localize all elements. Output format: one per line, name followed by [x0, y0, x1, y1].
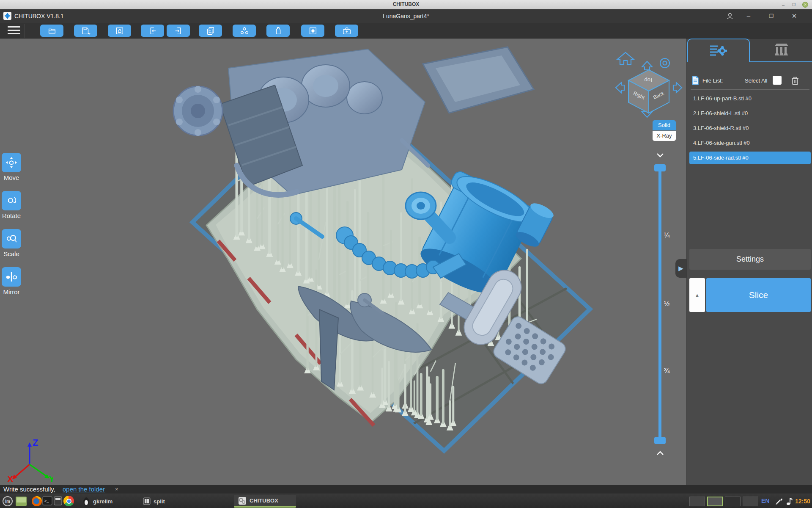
app-restore-button[interactable]: ❐ [766, 11, 776, 21]
render-mode-xray-button[interactable]: X-Ray [653, 131, 676, 141]
select-all-label: Select All [745, 77, 767, 84]
open-file-button[interactable] [40, 25, 63, 37]
taskbar-window-gkrellm[interactable]: gkrellm [78, 495, 117, 508]
move-icon[interactable] [2, 153, 21, 172]
right-panel: File List: Select All 1.LF-06-up-part-B.… [686, 39, 812, 485]
dig-hole-button[interactable] [301, 25, 324, 37]
tool-rotate[interactable]: Rotate [1, 191, 22, 219]
workspace-4[interactable] [743, 497, 758, 506]
file-list-item[interactable]: 3.LF-06-shield-R.stl #0 [689, 122, 811, 135]
clone-button[interactable] [199, 25, 222, 37]
slice-expand-button[interactable]: ▲ [689, 278, 705, 312]
delete-trash-icon[interactable] [791, 76, 799, 85]
layer-slider-track[interactable] [658, 167, 661, 441]
viewport-3d-scene [0, 39, 686, 485]
layer-slider-handle-bottom[interactable] [654, 437, 666, 444]
tool-scale[interactable]: Scale [1, 229, 22, 257]
document-title: LunaGans_part4* [0, 13, 812, 19]
status-close-icon[interactable]: × [115, 485, 118, 494]
select-all-checkbox[interactable] [773, 76, 782, 85]
main-toolbar [0, 23, 812, 39]
terminal-launcher-icon[interactable]: >_ [42, 496, 53, 507]
sound-note-icon[interactable] [786, 497, 793, 506]
tool-mirror-label: Mirror [1, 288, 22, 295]
clock[interactable]: 12:50 [795, 498, 810, 505]
file-list-item-selected[interactable]: 5.LF-06-side-rad.stl #0 [689, 152, 811, 164]
taskbar-window-chitubox[interactable]: CHITUBOX [234, 495, 296, 508]
taskbar-window-label: CHITUBOX [250, 497, 278, 504]
redo-button[interactable] [167, 25, 190, 37]
rotate-left-arrow[interactable] [616, 83, 624, 93]
show-desktop-button[interactable] [15, 496, 26, 507]
tool-scale-label: Scale [1, 250, 22, 257]
axis-indicator: Z X Y [6, 438, 53, 485]
render-mode-solid-button[interactable]: Solid [653, 120, 676, 130]
view-cube-top-label: Top [645, 77, 653, 83]
file-list-item[interactable]: 4.LF-06-side-gun.stl #0 [689, 137, 811, 149]
file-list-title: File List: [702, 77, 723, 84]
perspective-eye-icon[interactable] [660, 58, 669, 68]
taskbar-window-label: split [154, 498, 165, 505]
files-launcher-icon[interactable] [53, 496, 64, 507]
user-account-icon[interactable] [725, 11, 735, 21]
svg-text:>_: >_ [44, 499, 49, 503]
home-view-icon[interactable] [617, 52, 634, 64]
slider-half-label: ½ [664, 300, 669, 308]
auto-layout-button[interactable] [233, 25, 256, 37]
mint-menu-button[interactable]: lm [2, 496, 13, 507]
rotate-icon[interactable] [2, 191, 21, 210]
app-titlebar: CHITUBOX V1.8.1 LunaGans_part4* – ❐ ✕ [0, 9, 812, 23]
slider-step-up-chevron[interactable] [655, 450, 665, 456]
keyboard-layout-indicator[interactable]: EN [761, 497, 769, 504]
slider-step-down-chevron[interactable] [655, 152, 665, 158]
support-settings-icon [773, 43, 790, 57]
workspace-2-active[interactable] [707, 497, 723, 506]
tablet-brush-icon[interactable] [775, 497, 783, 505]
taskbar-window-split[interactable]: split [139, 495, 169, 508]
tool-move[interactable]: Move [1, 153, 22, 181]
settings-button[interactable]: Settings [689, 249, 811, 270]
rotate-right-arrow[interactable] [673, 83, 682, 93]
chitubox-taskbar-icon [238, 497, 247, 505]
firefox-launcher-icon[interactable] [31, 496, 42, 507]
menu-hamburger-button[interactable] [8, 26, 20, 35]
save-button[interactable] [74, 25, 97, 37]
workspace-1[interactable] [689, 497, 705, 506]
tab-support[interactable] [750, 39, 812, 62]
toolbar-divider [25, 24, 25, 38]
file-list-item[interactable]: 2.LF-06-shield-L.stl #0 [689, 107, 811, 120]
view-cube-navigator[interactable]: Top Right Back [614, 45, 684, 119]
layer-slider-handle-top[interactable] [654, 164, 666, 171]
gtk-restore-button[interactable]: ❐ [790, 1, 798, 8]
chrome-launcher-icon[interactable] [63, 496, 74, 507]
app-minimize-button[interactable]: – [743, 11, 754, 21]
gtk-close-button[interactable]: ✕ [802, 2, 808, 8]
gkrellm-icon [82, 497, 90, 505]
viewport-3d[interactable]: Move Rotate Scale Mirror [0, 39, 686, 485]
slice-settings-icon [709, 44, 728, 58]
undo-button[interactable] [141, 25, 164, 37]
model-up-part-b[interactable] [173, 47, 534, 195]
workspace-3[interactable] [725, 497, 741, 506]
tool-move-label: Move [1, 174, 22, 181]
open-folder-link[interactable]: open the folder [63, 485, 105, 494]
app-close-button[interactable]: ✕ [789, 11, 799, 21]
tab-slice-settings[interactable] [687, 39, 750, 62]
file-list-item[interactable]: 1.LF-06-up-part-B.stl #0 [689, 92, 811, 105]
rotate-up-arrow[interactable] [642, 61, 652, 70]
tool-mirror[interactable]: Mirror [1, 267, 22, 295]
hollow-button[interactable] [266, 25, 290, 37]
axis-y-label: Y [49, 474, 53, 484]
repair-button[interactable] [335, 25, 358, 37]
build-plate-button[interactable] [108, 25, 131, 37]
slice-button[interactable]: Slice [706, 278, 811, 312]
gtk-minimize-button[interactable]: – [779, 1, 787, 8]
mirror-icon[interactable] [2, 267, 21, 287]
svg-text:lm: lm [5, 499, 10, 504]
axis-z-label: Z [33, 438, 38, 448]
gtk-titlebar: CHITUBOX – ❐ ✕ [0, 0, 812, 9]
desktop: CHITUBOX – ❐ ✕ CHITUBOX V1.8.1 LunaGans_… [0, 0, 812, 508]
scale-icon[interactable] [2, 229, 21, 248]
file-list-icon [691, 76, 699, 85]
panel-collapse-tab[interactable]: ▶ [675, 259, 686, 278]
